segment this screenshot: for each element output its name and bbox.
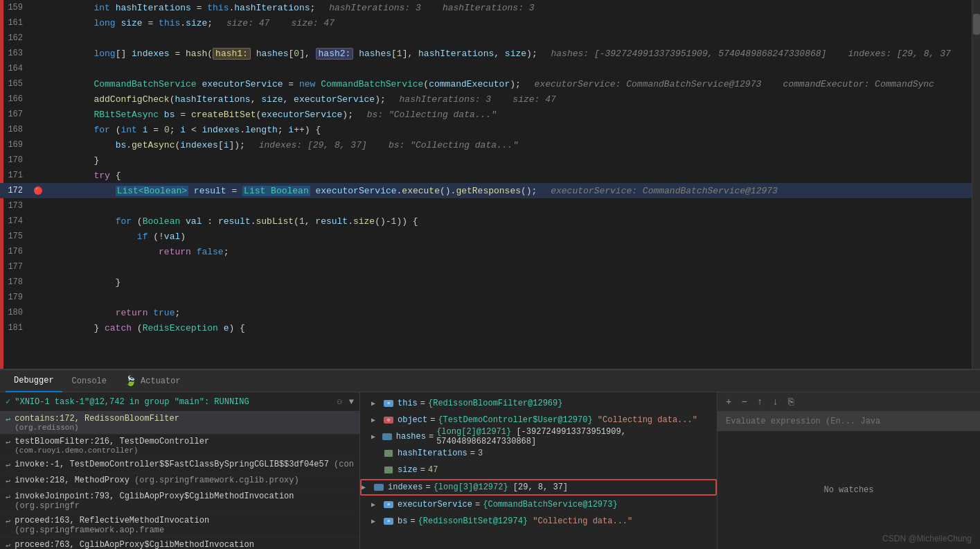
stack-item-2[interactable]: ↩ invoke:-1, TestDemoController$$FastCla… xyxy=(0,458,359,473)
var-icon-object: ⊙ xyxy=(382,415,395,425)
dropdown-icon[interactable]: ▼ xyxy=(349,397,354,407)
stack-method-6: proceed:763, CglibAopProxy$CglibMethodIn… xyxy=(15,540,354,549)
var-eq-object: = xyxy=(430,415,435,425)
stack-method-4: invokeJoinpoint:793, CglibAopProxy$Cglib… xyxy=(15,491,354,511)
var-icon-hashes xyxy=(382,432,393,442)
move-up-icon[interactable]: ↑ xyxy=(754,395,765,409)
line-text-168: for (int i = 0; i < indexes.length; i++)… xyxy=(45,125,972,135)
var-name-this: this xyxy=(398,399,418,408)
code-line-161: 161 long size = this.size; size: 47 size… xyxy=(0,15,972,31)
var-expand-hashes[interactable]: ▶ xyxy=(371,433,382,441)
code-line-167: 167 RBitSetAsync bs = createBitSet(execu… xyxy=(0,107,972,122)
stack-item-4[interactable]: ↩ invokeJoinpoint:793, CglibAopProxy$Cgl… xyxy=(0,489,359,514)
tab-console[interactable]: Console xyxy=(64,370,115,392)
var-value-object: {TestDemoController$User@12970} "Collect… xyxy=(438,415,697,425)
line-num-179: 179 xyxy=(0,293,31,302)
right-scrollbar[interactable] xyxy=(972,0,980,369)
var-expand-this[interactable]: ▶ xyxy=(371,399,382,408)
tab-actuator[interactable]: 🍃 Actuator xyxy=(116,370,189,392)
copy-icon[interactable]: ⎘ xyxy=(785,395,796,409)
line-text-175: if (!val) xyxy=(45,232,972,242)
line-text-171: try { xyxy=(45,171,972,181)
line-num-163: 163 xyxy=(0,49,31,58)
var-eq-executor: = xyxy=(475,500,480,509)
code-line-166: 166 addConfigCheck(hashIterations, size,… xyxy=(0,92,972,107)
filter-icon[interactable]: ⚇ xyxy=(337,397,342,407)
stack-item-5[interactable]: ↩ proceed:163, ReflectiveMethodInvocatio… xyxy=(0,514,359,538)
var-expand-object[interactable]: ▶ xyxy=(371,416,382,424)
stack-item-3[interactable]: ↩ invoke:218, MethodProxy (org.springfra… xyxy=(0,473,359,489)
tab-console-label: Console xyxy=(72,376,107,386)
var-expand-bs[interactable]: ▶ xyxy=(371,517,382,525)
add-watch-icon[interactable]: + xyxy=(723,395,734,409)
panel-tabs: Debugger Console 🍃 Actuator xyxy=(0,370,980,392)
var-name-indexes: indexes xyxy=(388,482,422,492)
line-num-180: 180 xyxy=(0,308,31,317)
stack-item-icon-0: ↩ xyxy=(6,415,10,425)
stack-class-1: (com.ruoyi.demo.controller) xyxy=(15,446,354,455)
stack-item-icon-3: ↩ xyxy=(6,476,10,487)
line-num-173: 173 xyxy=(0,201,31,211)
var-expand-hashiterations xyxy=(371,450,382,458)
stack-method-0: contains:172, RedissonBloomFilter xyxy=(15,414,354,424)
evaluate-input[interactable] xyxy=(718,412,980,431)
var-name-executor: executorService xyxy=(398,500,472,509)
thread-check-icon: ✓ xyxy=(6,397,10,407)
stack-item-6[interactable]: ↩ proceed:763, CglibAopProxy$CglibMethod… xyxy=(0,538,359,549)
code-lines: 159 int hashIterations = this.hashIterat… xyxy=(0,0,972,336)
var-value-bs: {RedissonBitSet@12974} "Collecting data.… xyxy=(418,516,633,526)
line-num-167: 167 xyxy=(0,110,31,119)
var-item-this[interactable]: ▶ ≡ this = {RedissonBloomFilter@12969} xyxy=(360,395,717,412)
var-value-size: 47 xyxy=(428,465,438,475)
var-name-bs: bs xyxy=(398,516,407,526)
stack-method-5: proceed:163, ReflectiveMethodInvocation … xyxy=(15,516,354,535)
line-num-165: 165 xyxy=(0,79,31,89)
stack-method-2: invoke:-1, TestDemoController$$FastClass… xyxy=(15,460,354,469)
line-num-171: 171 xyxy=(0,171,31,180)
remove-watch-icon[interactable]: − xyxy=(738,395,749,409)
var-item-indexes[interactable]: ▶ indexes = {long[3]@12972} [29, 8, 37] xyxy=(360,479,717,496)
tab-debugger[interactable]: Debugger xyxy=(6,370,62,392)
var-eq-indexes: = xyxy=(425,482,430,492)
var-expand-executor[interactable]: ▶ xyxy=(371,500,382,509)
var-value-this: {RedissonBloomFilter@12969} xyxy=(428,399,562,408)
var-item-hashiterations[interactable]: hashIterations = 3 xyxy=(360,445,717,462)
watches-toolbar: + − ↑ ↓ ⎘ xyxy=(718,392,980,412)
breakpoint-dot-172[interactable]: 🔴 xyxy=(34,186,42,195)
var-expand-size xyxy=(371,467,382,474)
var-item-bs[interactable]: ▶ ≡ bs = {RedissonBitSet@12974} "Collect… xyxy=(360,513,717,530)
var-icon-this: ≡ xyxy=(382,399,395,408)
line-num-175: 175 xyxy=(0,232,31,241)
line-num-162: 162 xyxy=(0,33,31,43)
stack-item-text-5: proceed:163, ReflectiveMethodInvocation … xyxy=(15,516,354,535)
stack-item-icon-5: ↩ xyxy=(6,516,10,527)
line-num-161: 161 xyxy=(0,18,31,28)
code-line-175: 175 if (!val) xyxy=(0,229,972,244)
var-icon-bs: ≡ xyxy=(382,516,395,526)
stack-list: ↩ contains:172, RedissonBloomFilter (org… xyxy=(0,412,359,549)
var-item-size[interactable]: size = 47 xyxy=(360,462,717,478)
code-content: 159 int hashIterations = this.hashIterat… xyxy=(0,0,972,369)
var-item-object[interactable]: ▶ ⊙ object = {TestDemoController$User@12… xyxy=(360,412,717,428)
line-num-166: 166 xyxy=(0,94,31,104)
stack-item-1[interactable]: ↩ testBloomFilter:216, TestDemoControlle… xyxy=(0,435,359,458)
code-line-162: 162 xyxy=(0,31,972,46)
stack-item-icon-6: ↩ xyxy=(6,541,10,549)
line-num-174: 174 xyxy=(0,216,31,226)
line-text-172: List<Boolean> result = List Boolean exec… xyxy=(45,186,972,196)
line-num-177: 177 xyxy=(0,262,31,272)
no-watches-label: No watches xyxy=(823,485,873,495)
stack-item-text-3: invoke:218, MethodProxy (org.springframe… xyxy=(15,476,354,485)
line-text-165: CommandBatchService executorService = ne… xyxy=(45,79,972,89)
line-text-166: addConfigCheck(hashIterations, size, exe… xyxy=(45,94,972,105)
code-line-178: 178 } xyxy=(0,274,972,290)
var-eq-hashiterations: = xyxy=(470,448,475,458)
stack-item-0[interactable]: ↩ contains:172, RedissonBloomFilter (org… xyxy=(0,412,359,435)
var-expand-indexes[interactable]: ▶ xyxy=(362,483,373,491)
line-text-170: } xyxy=(45,155,972,166)
var-item-hashes[interactable]: ▶ hashes = {long[2]@12971} [-39272499133… xyxy=(360,428,717,445)
move-down-icon[interactable]: ↓ xyxy=(769,395,781,409)
var-item-executor[interactable]: ▶ ≡ executorService = {CommandBatchServi… xyxy=(360,496,717,513)
code-line-168: 168 for (int i = 0; i < indexes.length; … xyxy=(0,122,972,137)
bp-172[interactable]: 🔴 xyxy=(31,186,45,195)
